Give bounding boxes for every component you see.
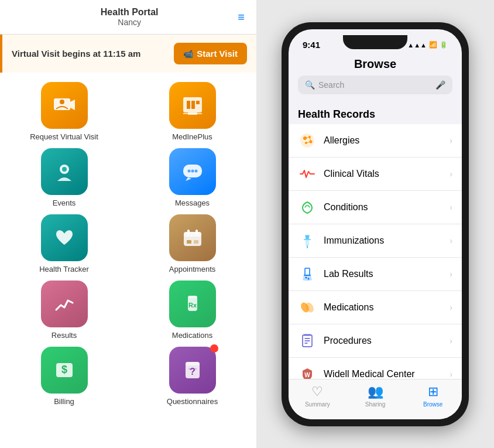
phone-medications-label: Medications xyxy=(324,302,442,313)
svg-rect-19 xyxy=(195,230,198,234)
conditions-label: Conditions xyxy=(324,202,442,213)
search-placeholder: Search xyxy=(318,80,344,90)
medineplus-label: MedInePlus xyxy=(172,132,212,141)
allergies-label: Allergies xyxy=(324,135,442,146)
svg-text:$: $ xyxy=(61,364,67,375)
record-item-allergies[interactable]: Allergies › xyxy=(289,124,462,158)
questionnaires-icon: ? xyxy=(169,347,216,394)
procedures-label: Procedures xyxy=(324,336,442,346)
svg-rect-21 xyxy=(194,240,198,244)
procedures-icon xyxy=(298,331,317,350)
app-grid: Request Virtual Visit MedInePlus xyxy=(7,82,249,406)
messages-icon xyxy=(169,148,216,195)
app-title: Health Portal xyxy=(23,7,235,18)
grid-item-appointments[interactable]: Appointments xyxy=(135,214,249,273)
record-item-conditions[interactable]: Conditions › xyxy=(289,191,462,224)
record-item-procedures[interactable]: Procedures › xyxy=(289,324,462,358)
svg-rect-28 xyxy=(186,362,200,365)
battery-icon: 🔋 xyxy=(440,41,448,49)
svg-marker-1 xyxy=(70,100,75,110)
microphone-icon: 🎤 xyxy=(435,80,445,90)
phone-mockup: 9:41 ▲▲▲ 📶 🔋 Browse 🔍 Search 🎤 Health Re… xyxy=(282,22,469,426)
phone-browse-header: Browse xyxy=(289,55,462,76)
grid-item-virtual-visit[interactable]: Request Virtual Visit xyxy=(7,82,121,141)
right-panel: 9:41 ▲▲▲ 📶 🔋 Browse 🔍 Search 🎤 Health Re… xyxy=(256,0,494,448)
lab-results-label: Lab Results xyxy=(324,269,442,279)
billing-icon: $ xyxy=(41,347,88,394)
conditions-chevron: › xyxy=(450,203,452,212)
tab-sharing[interactable]: 👥 Sharing xyxy=(347,384,404,408)
menu-icon[interactable]: ≡ xyxy=(235,8,247,26)
sharing-label: Sharing xyxy=(365,401,385,408)
summary-icon: ♡ xyxy=(311,384,323,399)
svg-rect-5 xyxy=(191,101,195,109)
signal-icon: ▲▲▲ xyxy=(407,42,427,49)
grid-item-results[interactable]: Results xyxy=(7,281,121,340)
questionnaires-label: Questionnaires xyxy=(167,397,218,406)
svg-point-10 xyxy=(62,167,67,172)
start-visit-button[interactable]: Start Visit xyxy=(174,43,247,64)
svg-rect-18 xyxy=(187,230,190,234)
results-label: Results xyxy=(52,331,77,340)
browse-icon: ⊞ xyxy=(428,384,438,399)
record-item-immunizations[interactable]: Immunizations › xyxy=(289,224,462,258)
svg-rect-6 xyxy=(196,101,200,104)
medications-chevron: › xyxy=(450,303,452,312)
grid-item-medications[interactable]: Rx Medications xyxy=(135,281,249,340)
lab-results-chevron: › xyxy=(450,269,452,279)
events-label: Events xyxy=(53,199,76,207)
app-subtitle: Nancy xyxy=(23,18,235,27)
search-bar[interactable]: 🔍 Search 🎤 xyxy=(298,76,452,94)
svg-rect-20 xyxy=(187,240,191,244)
svg-point-45 xyxy=(306,276,307,278)
app-header: Health Portal Nancy ≡ xyxy=(0,0,256,35)
summary-label: Summary xyxy=(305,401,330,408)
phone-medications-icon xyxy=(298,298,317,317)
grid-item-billing[interactable]: $ Billing xyxy=(7,347,121,406)
tab-browse[interactable]: ⊞ Browse xyxy=(404,384,462,408)
record-item-lab-results[interactable]: Lab Results › xyxy=(289,258,462,291)
immunizations-icon xyxy=(298,231,317,250)
questionnaire-badge xyxy=(210,344,218,353)
search-icon: 🔍 xyxy=(305,80,315,90)
svg-point-14 xyxy=(191,170,194,173)
record-list: Allergies › Clinical Vitals › xyxy=(289,124,462,379)
svg-rect-44 xyxy=(305,268,310,275)
phone-notch xyxy=(343,35,407,49)
vitals-icon xyxy=(298,165,317,183)
widell-chevron: › xyxy=(450,370,452,379)
status-time: 9:41 xyxy=(303,40,320,50)
widell-icon: W xyxy=(298,365,317,379)
record-item-medications[interactable]: Medications › xyxy=(289,291,462,324)
events-icon xyxy=(41,148,88,195)
health-tracker-label: Health Tracker xyxy=(39,265,89,273)
svg-rect-4 xyxy=(187,101,190,109)
sharing-icon: 👥 xyxy=(368,384,383,399)
health-records-title: Health Records xyxy=(289,104,462,124)
svg-text:W: W xyxy=(304,372,310,378)
grid-item-health-tracker[interactable]: Health Tracker xyxy=(7,214,121,273)
procedures-chevron: › xyxy=(450,336,452,346)
tab-summary[interactable]: ♡ Summary xyxy=(289,384,347,408)
record-item-clinical-vitals[interactable]: Clinical Vitals › xyxy=(289,158,462,191)
svg-marker-12 xyxy=(186,177,191,181)
immunizations-label: Immunizations xyxy=(324,235,442,246)
status-icons: ▲▲▲ 📶 🔋 xyxy=(407,41,448,49)
app-grid-container: Request Virtual Visit MedInePlus xyxy=(0,73,256,448)
svg-point-2 xyxy=(60,100,64,104)
record-item-widell[interactable]: W Widell Medical Center › xyxy=(289,358,462,379)
grid-item-questionnaires[interactable]: ? Questionnaires xyxy=(135,347,249,406)
visit-text: Virtual Visit begins at 11:15 am xyxy=(12,49,174,59)
grid-item-medineplus[interactable]: MedInePlus xyxy=(135,82,249,141)
svg-rect-17 xyxy=(184,232,201,237)
tab-bar: ♡ Summary 👥 Sharing ⊞ Browse xyxy=(289,379,462,419)
lab-results-icon xyxy=(298,265,317,283)
left-panel: Health Portal Nancy ≡ Virtual Visit begi… xyxy=(0,0,256,448)
grid-item-events[interactable]: Events xyxy=(7,148,121,207)
svg-rect-43 xyxy=(305,235,310,237)
vitals-chevron: › xyxy=(450,169,452,179)
grid-item-messages[interactable]: Messages xyxy=(135,148,249,207)
svg-point-31 xyxy=(300,134,314,148)
allergies-chevron: › xyxy=(450,136,452,145)
svg-rect-53 xyxy=(304,334,311,336)
